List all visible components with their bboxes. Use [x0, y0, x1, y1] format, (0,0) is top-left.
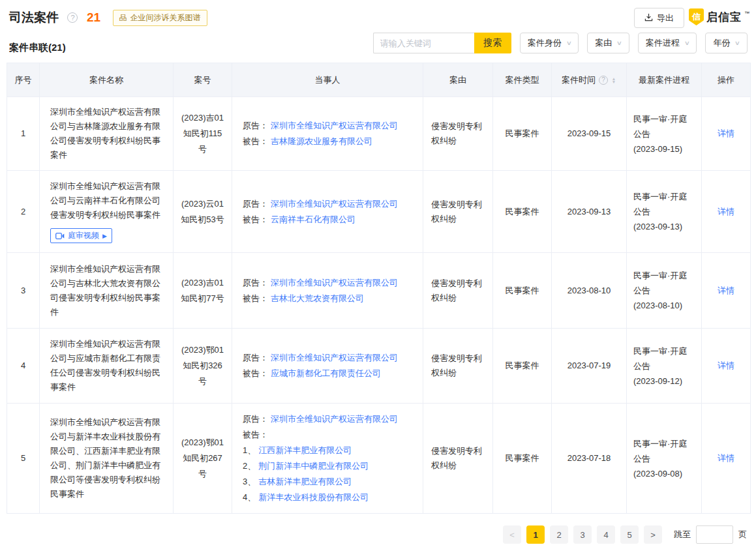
filter-cause-label: 案由 [595, 37, 612, 49]
defendant-link[interactable]: 江西新洋丰肥业有限公司 [258, 445, 352, 455]
org-chart-icon: 品 [119, 12, 127, 23]
section-title: 案件串联(21) [9, 42, 66, 54]
sort-desc-icon: ▼ [612, 80, 616, 83]
plaintiff-label: 原告： [243, 414, 268, 424]
page-button-2[interactable]: 2 [550, 525, 568, 544]
defendant-link[interactable]: 云南祥丰石化有限公司 [271, 214, 355, 224]
filter-case-role-label: 案件身份 [528, 37, 562, 49]
case-date: 2023-08-10 [552, 253, 627, 329]
defendant-label: 被告： [243, 368, 268, 378]
case-name: 深圳市全维知识产权运营有限公司与吉林隆源农业服务有限公司侵害发明专利权纠纷民事案… [40, 97, 174, 171]
parties-cell: 原告：深圳市全维知识产权运营有限公司 被告： 1、江西新洋丰肥业有限公司 2、荆… [232, 404, 423, 514]
case-type: 民事案件 [493, 404, 552, 514]
row-index: 3 [7, 253, 40, 329]
detail-link[interactable]: 详情 [718, 128, 734, 138]
jump-page-input[interactable] [696, 525, 733, 544]
defendant-link[interactable]: 吉林隆源农业服务有限公司 [271, 136, 372, 146]
court-video-button[interactable]: 庭审视频 ▶ [50, 228, 112, 243]
case-name: 深圳市全维知识产权运营有限公司与新洋丰农业科技股份有限公司、江西新洋丰肥业有限公… [40, 404, 174, 514]
table-row: 4 深圳市全维知识产权运营有限公司与应城市新都化工有限责任公司侵害发明专利权纠纷… [7, 329, 751, 404]
filter-progress-label: 案件进程 [646, 37, 680, 49]
defendant-link[interactable]: 荆门新洋丰中磷肥业有限公司 [258, 461, 369, 471]
col-header-case-name: 案件名称 [40, 63, 174, 97]
help-question-icon[interactable]: ? [67, 12, 78, 23]
defendant-number: 3、 [243, 477, 256, 486]
search-button[interactable]: 搜索 [474, 33, 511, 53]
plaintiff-link[interactable]: 深圳市全维知识产权运营有限公司 [271, 278, 398, 288]
filter-cause[interactable]: 案由 ∨ [587, 33, 629, 53]
detail-link[interactable]: 详情 [718, 453, 734, 463]
page-button-4[interactable]: 4 [597, 525, 615, 544]
brand-name: 启信宝 [706, 10, 742, 25]
case-date: 2023-09-13 [552, 171, 627, 253]
brand-logo: 信 启信宝 ™ [689, 8, 749, 25]
brand-shield-icon: 信 [689, 8, 704, 25]
defendant-link[interactable]: 吉林新洋丰肥业有限公司 [258, 477, 352, 486]
table-header-row: 序号 案件名称 案号 当事人 案由 案件类型 案件时间 ? ▲ ▼ 最新案件进程… [7, 63, 751, 97]
progress-date: (2023-09-08) [633, 466, 695, 481]
plaintiff-label: 原告： [243, 199, 268, 209]
case-number: (2023)吉01知民初115号 [174, 97, 232, 171]
latest-progress: 民事一审·开庭公告 (2023-09-08) [627, 404, 702, 514]
brand-trademark: ™ [744, 10, 749, 16]
next-page-button[interactable]: > [644, 525, 662, 544]
defendant-link[interactable]: 新洋丰农业科技股份有限公司 [258, 492, 369, 502]
parties-cell: 原告：深圳市全维知识产权运营有限公司 被告：吉林隆源农业服务有限公司 [232, 97, 423, 171]
case-cause: 侵害发明专利权纠纷 [423, 329, 493, 404]
search-input[interactable] [373, 33, 474, 53]
plaintiff-link[interactable]: 深圳市全维知识产权运营有限公司 [271, 121, 398, 130]
table-row: 1 深圳市全维知识产权运营有限公司与吉林隆源农业服务有限公司侵害发明专利权纠纷民… [7, 97, 751, 171]
page-button-5[interactable]: 5 [620, 525, 639, 544]
parties-cell: 原告：深圳市全维知识产权运营有限公司 被告：应城市新都化工有限责任公司 [232, 329, 423, 404]
prev-page-button[interactable]: < [503, 525, 521, 544]
plaintiff-label: 原告： [243, 353, 268, 362]
page-title: 司法案件 [9, 9, 59, 26]
col-header-action: 操作 [702, 63, 751, 97]
defendant-number: 1、 [243, 445, 256, 455]
filter-year-label: 年份 [713, 37, 730, 49]
litigation-graph-button[interactable]: 品 企业间涉诉关系图谱 [113, 10, 207, 26]
detail-link[interactable]: 详情 [718, 361, 734, 370]
plaintiff-link[interactable]: 深圳市全维知识产权运营有限公司 [271, 199, 398, 209]
filter-case-role[interactable]: 案件身份 ∨ [520, 33, 579, 53]
page-button-1[interactable]: 1 [526, 525, 545, 544]
plaintiff-link[interactable]: 深圳市全维知识产权运营有限公司 [271, 353, 398, 362]
progress-date: (2023-08-10) [633, 298, 695, 313]
detail-link[interactable]: 详情 [718, 286, 734, 295]
plaintiff-link[interactable]: 深圳市全维知识产权运营有限公司 [271, 414, 398, 424]
sort-toggle[interactable]: ▲ ▼ [611, 77, 616, 83]
case-name: 深圳市全维知识产权运营有限公司与云南祥丰石化有限公司侵害发明专利权纠纷民事案件 [50, 179, 162, 222]
page-button-3[interactable]: 3 [573, 525, 592, 544]
chevron-down-icon: ∨ [734, 40, 740, 46]
export-label: 导出 [657, 12, 674, 24]
cases-table: 序号 案件名称 案号 当事人 案由 案件类型 案件时间 ? ▲ ▼ 最新案件进程… [7, 63, 751, 514]
video-camera-icon [55, 233, 65, 239]
defendant-link[interactable]: 应城市新都化工有限责任公司 [271, 368, 381, 378]
case-number: (2023)吉01知民初77号 [174, 253, 232, 329]
play-icon: ▶ [102, 233, 107, 239]
filter-year[interactable]: 年份 ∨ [705, 33, 748, 53]
case-type: 民事案件 [493, 253, 552, 329]
case-number: (2023)鄂01知民初267号 [174, 404, 232, 514]
case-number: (2023)鄂01知民初326号 [174, 329, 232, 404]
case-type: 民事案件 [493, 329, 552, 404]
defendant-link[interactable]: 吉林北大荒农资有限公司 [271, 293, 364, 303]
case-date: 2023-07-18 [552, 404, 627, 514]
filter-progress[interactable]: 案件进程 ∨ [638, 33, 697, 53]
defendant-label: 被告： [243, 136, 268, 146]
progress-text: 民事一审·开庭公告 [633, 268, 695, 298]
case-time-help-icon[interactable]: ? [599, 76, 608, 85]
litigation-graph-label: 企业间涉诉关系图谱 [130, 12, 201, 23]
case-cause: 侵害发明专利权纠纷 [423, 97, 493, 171]
case-count: 21 [87, 10, 100, 25]
defendant-label: 被告： [243, 293, 268, 303]
case-name: 深圳市全维知识产权运营有限公司与应城市新都化工有限责任公司侵害发明专利权纠纷民事… [40, 329, 174, 404]
progress-text: 民事一审·开庭公告 [633, 436, 695, 466]
row-index: 1 [7, 97, 40, 171]
export-button[interactable]: 导出 [634, 8, 684, 28]
case-cause: 侵害发明专利权纠纷 [423, 171, 493, 253]
detail-link[interactable]: 详情 [718, 207, 734, 216]
section-row: 案件串联(21) 搜索 案件身份 ∨ 案由 ∨ 案件进程 ∨ 年份 ∨ [0, 30, 756, 63]
case-cause: 侵害发明专利权纠纷 [423, 404, 493, 514]
plaintiff-label: 原告： [243, 278, 268, 288]
